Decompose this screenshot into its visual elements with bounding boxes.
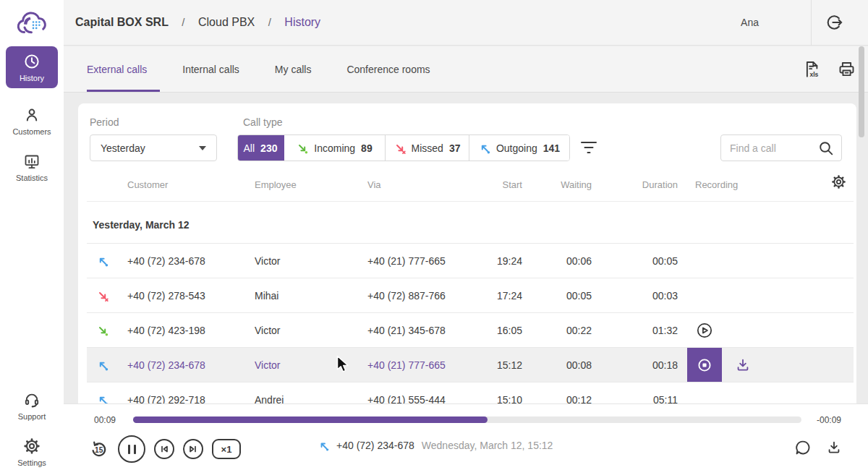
period-value: Yesterday xyxy=(101,142,145,154)
search-icon[interactable] xyxy=(818,140,834,156)
cell-recording xyxy=(678,278,854,313)
missed-call-icon xyxy=(87,290,122,302)
audio-player: 00:09 -00:09 15 ×1 +40 (72) 234-678 Wedn… xyxy=(64,403,868,470)
cell-employee: Mihai xyxy=(249,290,362,302)
missed-arrow-icon xyxy=(394,142,406,154)
table-row-selected[interactable]: +40 (72) 234-678 Victor +40 (21) 777-665… xyxy=(87,347,854,382)
sidebar-item-statistics[interactable]: Statistics xyxy=(6,146,58,188)
playback-speed-button[interactable]: ×1 xyxy=(212,439,241,459)
player-call-datetime: Wednesday, March 12, 15:12 xyxy=(422,440,553,451)
cell-via: +40 (21) 777-665 xyxy=(362,359,463,371)
clock-icon xyxy=(23,53,41,70)
call-type-incoming-button[interactable]: Incoming 89 xyxy=(284,135,386,161)
period-label: Period xyxy=(90,116,119,128)
tab-external-calls[interactable]: External calls xyxy=(87,46,147,92)
table-row[interactable]: +40 (72) 234-678 Victor +40 (21) 777-665… xyxy=(87,243,854,278)
cell-customer: +40 (72) 423-198 xyxy=(122,325,249,336)
export-xls-button[interactable]: xls xyxy=(801,59,821,79)
breadcrumb-separator: / xyxy=(182,16,184,28)
pause-bar xyxy=(134,445,136,454)
outgoing-call-icon xyxy=(87,255,122,267)
progress-bar[interactable] xyxy=(133,416,801,423)
sidebar: History Customers Statistics Support Set… xyxy=(0,0,64,470)
outgoing-call-icon xyxy=(87,359,122,371)
printer-icon xyxy=(837,59,856,79)
svg-text:xls: xls xyxy=(809,71,818,78)
next-track-button[interactable] xyxy=(183,439,203,459)
player-call-info: +40 (72) 234-678 Wednesday, March 12, 15… xyxy=(318,440,553,451)
call-type-missed-button[interactable]: Missed 37 xyxy=(386,135,469,161)
download-recording-button[interactable] xyxy=(735,357,751,373)
comment-button[interactable] xyxy=(794,439,812,456)
tab-conference-rooms[interactable]: Conference rooms xyxy=(346,46,430,92)
table-row[interactable]: +40 (72) 423-198 Victor +40 (21) 345-678… xyxy=(87,312,854,347)
elapsed-time: 00:09 xyxy=(94,415,116,425)
call-type-label-text: Outgoing xyxy=(496,142,537,154)
tab-label: External calls xyxy=(87,64,147,75)
cell-recording xyxy=(678,348,854,383)
sidebar-item-label: Settings xyxy=(17,458,46,467)
header-divider xyxy=(87,201,854,202)
sidebar-item-support[interactable]: Support xyxy=(6,385,58,427)
logout-icon xyxy=(825,13,843,32)
breadcrumb-company[interactable]: Capital BOX SRL xyxy=(75,16,169,28)
cell-duration: 01:32 xyxy=(592,325,678,336)
previous-track-button[interactable] xyxy=(154,439,174,459)
cell-via: +40 (21) 345-678 xyxy=(362,325,463,336)
play-recording-button[interactable] xyxy=(696,322,713,339)
top-bar: Capital BOX SRL / Cloud PBX / History An… xyxy=(64,0,868,46)
tab-internal-calls[interactable]: Internal calls xyxy=(182,46,239,92)
call-type-count: 141 xyxy=(543,142,560,154)
call-type-count: 89 xyxy=(361,142,373,154)
column-waiting: Waiting xyxy=(522,179,592,190)
stop-recording-button[interactable] xyxy=(687,348,722,383)
sidebar-item-customers[interactable]: Customers xyxy=(6,100,58,142)
breadcrumb: Capital BOX SRL / Cloud PBX / History xyxy=(75,16,320,29)
column-start: Start xyxy=(463,179,522,190)
incoming-arrow-icon xyxy=(297,142,308,154)
download-recording-button[interactable] xyxy=(826,440,842,456)
chevron-down-icon xyxy=(199,146,206,150)
call-rows: +40 (72) 234-678 Victor +40 (21) 777-665… xyxy=(87,243,854,416)
call-type-outgoing-button[interactable]: Outgoing 141 xyxy=(469,135,569,161)
print-button[interactable] xyxy=(837,59,856,79)
breadcrumb-product[interactable]: Cloud PBX xyxy=(198,16,255,28)
rewind-15-button[interactable]: 15 xyxy=(89,440,109,459)
cell-recording xyxy=(678,244,854,278)
table-header: Customer Employee Via Start Waiting Dura… xyxy=(87,173,854,196)
search-input[interactable] xyxy=(730,142,818,154)
cell-via: +40 (21) 777-665 xyxy=(362,255,463,267)
call-type-label: Call type xyxy=(243,116,282,128)
svg-text:15: 15 xyxy=(95,445,103,453)
cell-waiting: 00:22 xyxy=(522,325,592,336)
tab-bar: External calls Internal calls My calls C… xyxy=(64,46,868,93)
cell-start: 15:12 xyxy=(463,359,522,371)
pause-button[interactable] xyxy=(118,435,145,463)
outgoing-arrow-icon xyxy=(318,440,329,451)
call-type-all-button[interactable]: All 230 xyxy=(237,134,284,161)
call-type-label-text: All xyxy=(244,142,255,154)
column-settings-button[interactable] xyxy=(831,174,846,189)
user-name[interactable]: Ana xyxy=(741,17,759,28)
logout-button[interactable] xyxy=(812,0,856,45)
table-row[interactable]: +40 (72) 278-543 Mihai +40 (72) 887-766 … xyxy=(87,278,854,312)
cell-recording xyxy=(678,313,854,348)
gear-icon xyxy=(23,437,41,455)
remaining-time: -00:09 xyxy=(817,415,841,425)
cell-waiting: 00:06 xyxy=(522,255,592,267)
tab-label: My calls xyxy=(275,64,312,75)
advanced-filter-button[interactable] xyxy=(580,140,597,155)
tab-label: Conference rooms xyxy=(346,64,430,75)
cell-employee: Victor xyxy=(249,255,362,267)
cell-waiting: 00:08 xyxy=(522,359,592,371)
period-select[interactable]: Yesterday xyxy=(90,134,217,161)
tab-my-calls[interactable]: My calls xyxy=(275,46,312,92)
vertical-scrollbar-thumb[interactable] xyxy=(859,46,864,137)
sidebar-item-history[interactable]: History xyxy=(6,46,58,88)
call-type-label-text: Missed xyxy=(412,142,443,154)
cell-employee: Victor xyxy=(249,359,362,371)
breadcrumb-separator: / xyxy=(268,16,271,28)
sidebar-item-settings[interactable]: Settings xyxy=(6,431,58,470)
column-duration: Duration xyxy=(592,179,678,190)
column-via: Via xyxy=(362,179,463,190)
